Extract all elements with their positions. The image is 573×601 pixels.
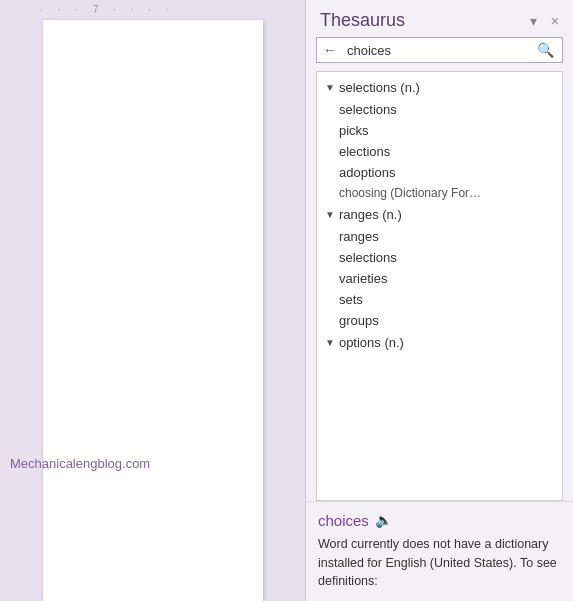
section-label-ranges: ranges (n.) [339, 207, 402, 222]
section-label-options: options (n.) [339, 335, 404, 350]
search-button[interactable]: 🔍 [529, 38, 562, 62]
section-header-selections[interactable]: ▼ selections (n.) [317, 76, 562, 99]
results-list: ▼ selections (n.) selections picks elect… [317, 72, 562, 358]
result-item[interactable]: choosing (Dictionary For… [317, 183, 562, 203]
result-item[interactable]: selections [317, 247, 562, 268]
result-item[interactable]: ranges [317, 226, 562, 247]
section-header-ranges[interactable]: ▼ ranges (n.) [317, 203, 562, 226]
back-icon: ← [323, 42, 337, 58]
speaker-icon[interactable]: 🔈 [375, 512, 392, 528]
pin-icon[interactable]: ▾ [526, 11, 541, 31]
document-page [43, 20, 263, 601]
search-bar: ← 🔍 [316, 37, 563, 63]
section-header-options[interactable]: ▼ options (n.) [317, 331, 562, 354]
ruler: · · · 7 · · · · [0, 0, 305, 18]
back-button[interactable]: ← [317, 38, 343, 62]
results-container[interactable]: ▼ selections (n.) selections picks elect… [316, 71, 563, 501]
collapse-icon-selections: ▼ [325, 82, 335, 93]
result-item[interactable]: sets [317, 289, 562, 310]
search-input[interactable] [343, 39, 529, 62]
document-area: · · · 7 · · · · [0, 0, 305, 601]
panel-header-icons: ▾ × [526, 11, 563, 31]
search-icon: 🔍 [537, 42, 554, 58]
definition-area: choices 🔈 Word currently does not have a… [306, 501, 573, 601]
section-label-selections: selections (n.) [339, 80, 420, 95]
result-item[interactable]: varieties [317, 268, 562, 289]
thesaurus-panel: Thesaurus ▾ × ← 🔍 ▼ selections (n.) sele… [305, 0, 573, 601]
panel-header: Thesaurus ▾ × [306, 0, 573, 37]
ruler-marks: · · · 7 · · · · [40, 4, 174, 15]
definition-word: choices [318, 512, 369, 529]
collapse-icon-options: ▼ [325, 337, 335, 348]
result-item[interactable]: picks [317, 120, 562, 141]
definition-text: Word currently does not have a dictionar… [318, 535, 561, 591]
result-item[interactable]: selections [317, 99, 562, 120]
result-item[interactable]: elections [317, 141, 562, 162]
collapse-icon-ranges: ▼ [325, 209, 335, 220]
result-item[interactable]: adoptions [317, 162, 562, 183]
def-word-row: choices 🔈 [318, 512, 561, 529]
panel-title: Thesaurus [320, 10, 405, 31]
result-item[interactable]: groups [317, 310, 562, 331]
close-icon[interactable]: × [547, 11, 563, 31]
watermark: Mechanicalengblog.com [10, 456, 150, 471]
